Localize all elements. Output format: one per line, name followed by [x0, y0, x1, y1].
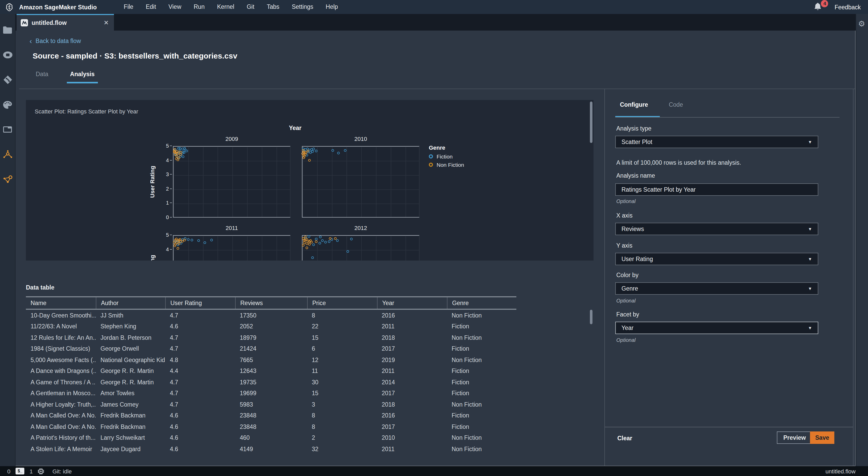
tab-data[interactable]: Data: [33, 71, 52, 83]
menu-run[interactable]: Run: [187, 0, 211, 14]
table-cell: 11/22/63: A Novel: [26, 321, 96, 332]
cpu-icon[interactable]: [38, 468, 44, 474]
table-row[interactable]: A Stolen Life: A MemoirJaycee Dugard4.64…: [26, 443, 516, 454]
back-to-data-flow-link[interactable]: ‹ Back to data flow: [30, 37, 81, 45]
column-header[interactable]: Year: [377, 297, 447, 309]
menu-bar: File Edit View Run Kernel Git Tabs Setti…: [118, 0, 344, 14]
page-title: Source - sampled · S3: bestsellers_with_…: [33, 51, 237, 60]
column-header[interactable]: Author: [96, 297, 165, 309]
menu-edit[interactable]: Edit: [140, 0, 162, 14]
data-table: NameAuthorUser RatingReviewsPriceYearGen…: [26, 296, 516, 454]
table-cell: Amor Towles: [96, 388, 165, 399]
analysis-type-label: Analysis type: [616, 125, 652, 131]
y-axis-title: User Rating: [149, 255, 155, 261]
scatter-plot-panel[interactable]: Scatter Plot: Ratings Scatter Plot by Ye…: [26, 100, 593, 261]
facet-by-dropdown[interactable]: Year ▼: [615, 322, 818, 334]
legend-label: Fiction: [437, 153, 453, 159]
table-cell: 2019: [377, 354, 447, 365]
table-row[interactable]: A Patriot's History of th...Larry Schwei…: [26, 432, 516, 443]
table-row[interactable]: 12 Rules for Life: An An...Jordan B. Pet…: [26, 332, 516, 343]
legend-entry[interactable]: Non Fiction: [429, 161, 464, 168]
tab-configure[interactable]: Configure: [615, 101, 653, 113]
table-cell: 11: [307, 365, 377, 377]
scatter-plot-area: [302, 146, 420, 217]
table-cell: Fiction: [447, 388, 516, 399]
table-cell: 2011: [377, 321, 447, 332]
table-cell: A Patriot's History of th...: [26, 432, 96, 443]
table-cell: Jaycee Dugard: [96, 443, 165, 454]
facet-label: 2010: [302, 136, 420, 142]
menu-view[interactable]: View: [162, 0, 187, 14]
tab-code[interactable]: Code: [664, 101, 688, 113]
menu-git[interactable]: Git: [241, 0, 260, 14]
scatter-plot-area: [302, 235, 420, 261]
x-axis-dropdown[interactable]: Reviews ▼: [615, 223, 818, 235]
table-row[interactable]: A Gentleman in Mosco...Amor Towles4.7196…: [26, 388, 516, 399]
document-tab-strip: untitled.flow ✕: [16, 14, 856, 31]
data-point: [204, 242, 206, 244]
table-row[interactable]: 10-Day Green Smoothi...JJ Smith4.7173508…: [26, 310, 516, 321]
column-header[interactable]: Price: [307, 297, 377, 309]
data-point: [197, 239, 200, 242]
running-kernels-icon[interactable]: [3, 50, 12, 60]
menu-help[interactable]: Help: [319, 0, 344, 14]
table-cell: 2017: [377, 421, 447, 432]
table-row[interactable]: A Man Called Ove: A No...Fredrik Backman…: [26, 410, 516, 421]
table-cell: 8: [307, 410, 377, 421]
components-registries-icon[interactable]: [3, 150, 12, 159]
tab-untitled-flow[interactable]: untitled.flow ✕: [17, 14, 114, 31]
preview-button[interactable]: Preview: [777, 432, 813, 444]
column-header[interactable]: Genre: [447, 297, 516, 309]
menu-kernel[interactable]: Kernel: [211, 0, 241, 14]
column-header[interactable]: User Rating: [165, 297, 235, 309]
notifications-button[interactable]: 4: [814, 2, 825, 12]
menu-file[interactable]: File: [118, 0, 140, 14]
data-point: [336, 239, 338, 242]
y-axis-label: Y axis: [616, 242, 632, 248]
open-tabs-icon[interactable]: [3, 125, 12, 134]
config-tabs-divider: [615, 117, 839, 118]
table-cell: 4.6: [165, 410, 235, 421]
analysis-name-input[interactable]: Ratings Scatter Plot by Year: [615, 183, 818, 196]
analysis-config-panel: Configure Code Analysis type Scatter Plo…: [604, 89, 854, 466]
legend-entry[interactable]: Fiction: [429, 153, 464, 159]
table-row[interactable]: 1984 (Signet Classics)George Orwell4.721…: [26, 343, 516, 354]
table-row[interactable]: A Game of Thrones / A ...George R. R. Ma…: [26, 377, 516, 388]
save-button[interactable]: Save: [810, 432, 834, 444]
table-row[interactable]: A Higher Loyalty: Truth,...James Comey4.…: [26, 399, 516, 410]
git-icon[interactable]: [3, 75, 12, 84]
table-row[interactable]: 5,000 Awesome Facts (...National Geograp…: [26, 354, 516, 365]
footer-divider: [605, 427, 853, 427]
table-cell: 4.7: [165, 343, 235, 354]
table-row[interactable]: A Man Called Ove: A No...Fredrik Backman…: [26, 421, 516, 432]
color-by-dropdown[interactable]: Genre ▼: [615, 282, 818, 295]
data-point: [308, 159, 310, 161]
pipelines-icon[interactable]: [3, 175, 12, 184]
git-status[interactable]: Git: idle: [53, 468, 72, 474]
gear-icon[interactable]: ⚙: [858, 19, 865, 29]
clear-button[interactable]: Clear: [617, 435, 632, 441]
table-row[interactable]: A Dance with Dragons (...George R. R. Ma…: [26, 365, 516, 377]
commands-palette-icon[interactable]: [3, 100, 12, 109]
status-file-name: untitled.flow: [826, 468, 856, 474]
file-browser-icon[interactable]: [3, 25, 12, 35]
table-cell: 2011: [377, 443, 447, 454]
terminal-icon[interactable]: $_: [16, 468, 24, 474]
facet-by-label: Facet by: [616, 311, 639, 318]
table-cell: 2052: [235, 321, 307, 332]
tab-analysis[interactable]: Analysis: [67, 71, 98, 83]
content-scrollbar[interactable]: [590, 310, 592, 324]
chart-panel-scrollbar[interactable]: [590, 101, 592, 143]
analysis-type-dropdown[interactable]: Scatter Plot ▼: [615, 136, 818, 148]
table-cell: A Stolen Life: A Memoir: [26, 443, 96, 454]
feedback-link[interactable]: Feedback: [835, 4, 861, 10]
menu-settings[interactable]: Settings: [286, 0, 319, 14]
column-header[interactable]: Name: [26, 297, 96, 309]
tab-close-icon[interactable]: ✕: [103, 20, 109, 26]
table-row[interactable]: 11/22/63: A NovelStephen King4.620522220…: [26, 321, 516, 332]
y-axis-dropdown[interactable]: User Rating ▼: [615, 253, 818, 265]
table-cell: Non Fiction: [447, 399, 516, 410]
column-header[interactable]: Reviews: [235, 297, 307, 309]
data-point: [344, 149, 347, 152]
menu-tabs[interactable]: Tabs: [260, 0, 286, 14]
